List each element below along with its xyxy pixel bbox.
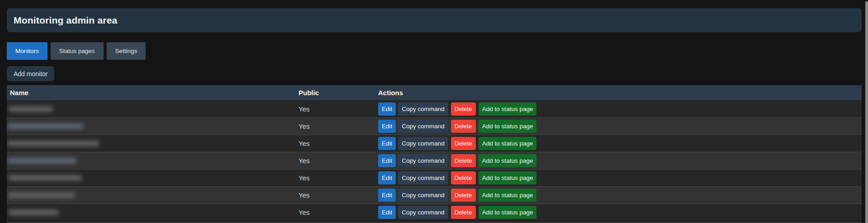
vertical-scrollbar-track[interactable] xyxy=(865,0,868,223)
copy-command-button[interactable]: Copy command xyxy=(398,189,448,202)
delete-button[interactable]: Delete xyxy=(451,137,476,150)
table-row: Yes Edit Copy command Delete Add to stat… xyxy=(7,169,862,186)
copy-command-button[interactable]: Copy command xyxy=(398,102,448,116)
add-to-status-page-button[interactable]: Add to status page xyxy=(479,120,537,133)
redacted-monitor-name xyxy=(8,192,76,198)
redacted-monitor-name xyxy=(7,123,84,129)
delete-button[interactable]: Delete xyxy=(451,171,476,184)
copy-command-button[interactable]: Copy command xyxy=(398,154,448,167)
delete-button[interactable]: Delete xyxy=(451,189,476,202)
page-title: Monitoring admin area xyxy=(14,15,117,26)
row-actions: Edit Copy command Delete Add to status p… xyxy=(378,154,862,167)
column-header-name: Name xyxy=(7,89,299,97)
table-body: Yes Edit Copy command Delete Add to stat… xyxy=(7,100,862,221)
redacted-monitor-name xyxy=(7,141,100,146)
table-row: Yes Edit Copy command Delete Add to stat… xyxy=(7,117,862,135)
add-to-status-page-button[interactable]: Add to status page xyxy=(479,171,537,184)
public-value: Yes xyxy=(299,191,378,199)
public-value: Yes xyxy=(299,140,378,147)
tab-monitors[interactable]: Monitors xyxy=(7,42,47,60)
monitor-name-cell xyxy=(7,152,299,169)
monitors-table: Name Public Actions Yes Edit Copy comman… xyxy=(7,85,862,221)
redacted-monitor-name xyxy=(8,209,59,215)
monitor-name-cell xyxy=(7,187,299,204)
monitor-name-cell xyxy=(7,170,299,186)
delete-button[interactable]: Delete xyxy=(451,120,476,133)
delete-button[interactable]: Delete xyxy=(451,154,476,167)
vertical-scrollbar-thumb[interactable] xyxy=(865,1,868,223)
monitor-name-cell xyxy=(7,135,299,152)
tab-status-pages[interactable]: Status pages xyxy=(51,42,104,60)
edit-button[interactable]: Edit xyxy=(378,154,396,167)
copy-command-button[interactable]: Copy command xyxy=(398,120,448,133)
column-header-actions: Actions xyxy=(378,89,862,97)
add-monitor-button[interactable]: Add monitor xyxy=(7,66,54,81)
table-row: Yes Edit Copy command Delete Add to stat… xyxy=(7,135,862,152)
redacted-monitor-name xyxy=(8,175,82,181)
tab-bar: MonitorsStatus pagesSettings xyxy=(7,42,146,60)
redacted-monitor-name xyxy=(7,158,77,164)
table-row: Yes Edit Copy command Delete Add to stat… xyxy=(7,204,862,221)
table-row: Yes Edit Copy command Delete Add to stat… xyxy=(7,186,862,204)
add-to-status-page-button[interactable]: Add to status page xyxy=(479,189,537,202)
row-actions: Edit Copy command Delete Add to status p… xyxy=(378,171,862,184)
delete-button[interactable]: Delete xyxy=(451,206,476,219)
page-header: Monitoring admin area xyxy=(7,8,862,32)
public-value: Yes xyxy=(299,105,378,113)
row-actions: Edit Copy command Delete Add to status p… xyxy=(378,137,862,150)
add-to-status-page-button[interactable]: Add to status page xyxy=(479,154,537,167)
edit-button[interactable]: Edit xyxy=(378,189,396,202)
add-to-status-page-button[interactable]: Add to status page xyxy=(479,137,537,150)
table-row: Yes Edit Copy command Delete Add to stat… xyxy=(7,100,862,117)
public-value: Yes xyxy=(299,174,378,182)
redacted-monitor-name xyxy=(8,106,53,112)
edit-button[interactable]: Edit xyxy=(378,206,396,219)
row-actions: Edit Copy command Delete Add to status p… xyxy=(378,206,862,219)
edit-button[interactable]: Edit xyxy=(378,120,396,133)
monitor-name-cell xyxy=(7,100,299,117)
row-actions: Edit Copy command Delete Add to status p… xyxy=(378,189,862,202)
public-value: Yes xyxy=(299,208,378,216)
public-value: Yes xyxy=(299,122,378,130)
add-to-status-page-button[interactable]: Add to status page xyxy=(479,206,537,219)
edit-button[interactable]: Edit xyxy=(378,137,396,150)
public-value: Yes xyxy=(299,157,378,165)
copy-command-button[interactable]: Copy command xyxy=(398,171,448,184)
copy-command-button[interactable]: Copy command xyxy=(398,206,448,219)
row-actions: Edit Copy command Delete Add to status p… xyxy=(378,102,862,116)
row-actions: Edit Copy command Delete Add to status p… xyxy=(378,120,862,133)
table-row: Yes Edit Copy command Delete Add to stat… xyxy=(7,152,862,169)
monitor-name-cell xyxy=(7,204,299,221)
delete-button[interactable]: Delete xyxy=(451,102,476,116)
copy-command-button[interactable]: Copy command xyxy=(398,137,448,150)
edit-button[interactable]: Edit xyxy=(378,102,396,116)
column-header-public: Public xyxy=(299,89,378,97)
tab-settings[interactable]: Settings xyxy=(107,42,146,60)
table-header-row: Name Public Actions xyxy=(7,85,862,100)
monitor-name-cell xyxy=(7,118,299,135)
edit-button[interactable]: Edit xyxy=(378,171,396,184)
add-to-status-page-button[interactable]: Add to status page xyxy=(479,102,537,116)
